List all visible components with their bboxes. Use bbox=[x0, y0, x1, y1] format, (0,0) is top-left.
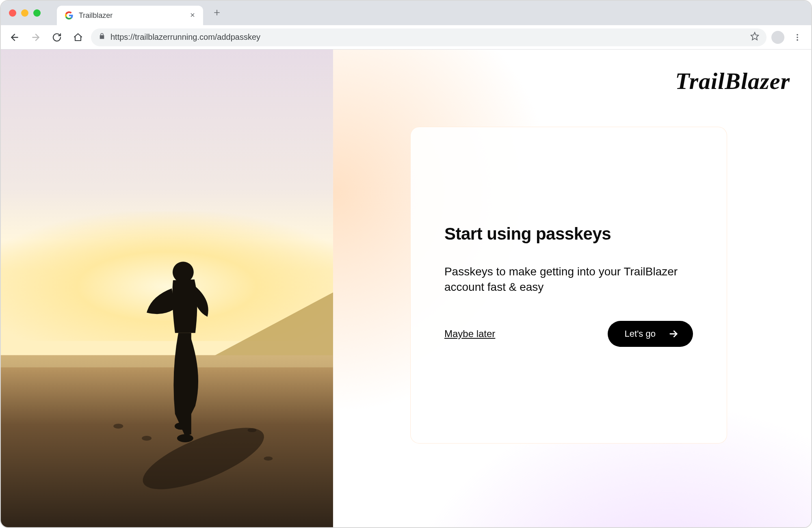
tab-strip: Trailblazer bbox=[1, 1, 811, 25]
svg-point-14 bbox=[177, 434, 193, 442]
window-close-icon[interactable] bbox=[9, 9, 16, 17]
card-description: Passkeys to make getting into your Trail… bbox=[444, 264, 680, 295]
window-minimize-icon[interactable] bbox=[21, 9, 28, 17]
svg-point-15 bbox=[175, 422, 188, 430]
forward-button[interactable] bbox=[28, 29, 44, 45]
svg-point-1 bbox=[797, 34, 798, 35]
url-text: https://trailblazerrunning.com/addpasske… bbox=[110, 32, 260, 42]
brand-logo: TrailBlazer bbox=[675, 67, 790, 95]
new-tab-button[interactable] bbox=[213, 7, 221, 19]
lets-go-button[interactable]: Let's go bbox=[608, 321, 693, 347]
overflow-menu-icon[interactable] bbox=[789, 29, 806, 45]
arrow-right-icon bbox=[668, 328, 679, 340]
profile-avatar[interactable] bbox=[771, 31, 784, 44]
bookmark-star-icon[interactable] bbox=[750, 32, 759, 43]
svg-point-13 bbox=[173, 262, 194, 283]
svg-point-10 bbox=[142, 436, 152, 441]
cta-label: Let's go bbox=[625, 329, 656, 339]
tab-title: Trailblazer bbox=[79, 11, 184, 20]
passkey-card: Start using passkeys Passkeys to make ge… bbox=[410, 127, 727, 444]
lock-icon bbox=[98, 32, 106, 42]
svg-marker-0 bbox=[751, 32, 758, 40]
browser-window: Trailblazer https://trailblazerrunning.c… bbox=[0, 0, 812, 528]
svg-rect-6 bbox=[1, 355, 333, 527]
tab-close-icon[interactable] bbox=[189, 11, 196, 19]
tab-trailblazer[interactable]: Trailblazer bbox=[57, 6, 203, 25]
maybe-later-link[interactable]: Maybe later bbox=[444, 328, 495, 340]
content-panel: TrailBlazer Start using passkeys Passkey… bbox=[333, 50, 811, 527]
address-bar[interactable]: https://trailblazerrunning.com/addpasske… bbox=[91, 28, 767, 46]
svg-point-12 bbox=[264, 457, 273, 461]
back-button[interactable] bbox=[6, 29, 23, 45]
hero-image bbox=[1, 50, 333, 527]
window-controls bbox=[9, 9, 41, 17]
home-button[interactable] bbox=[70, 29, 86, 45]
card-title: Start using passkeys bbox=[444, 224, 693, 244]
window-maximize-icon[interactable] bbox=[33, 9, 41, 17]
svg-point-9 bbox=[113, 424, 123, 428]
svg-rect-7 bbox=[1, 355, 333, 368]
toolbar: https://trailblazerrunning.com/addpasske… bbox=[1, 25, 811, 50]
card-actions: Maybe later Let's go bbox=[444, 321, 693, 347]
google-favicon-icon bbox=[64, 11, 74, 20]
svg-point-11 bbox=[247, 428, 256, 432]
svg-point-2 bbox=[797, 37, 798, 38]
reload-button[interactable] bbox=[49, 29, 65, 45]
page-content: TrailBlazer Start using passkeys Passkey… bbox=[1, 50, 811, 527]
svg-point-3 bbox=[797, 39, 798, 41]
